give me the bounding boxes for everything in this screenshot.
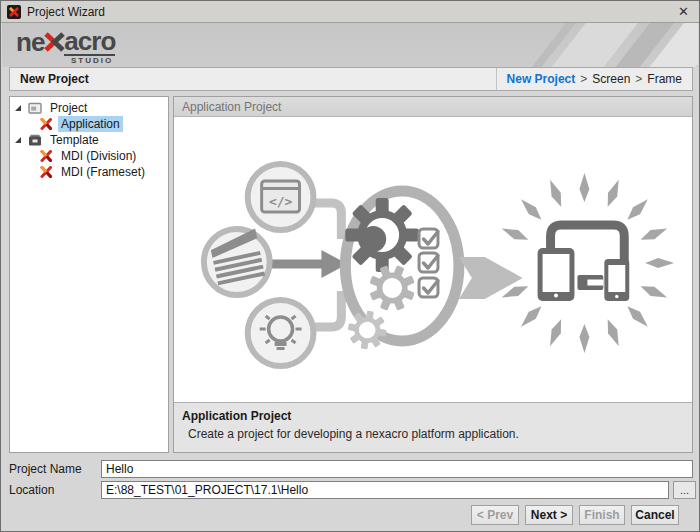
breadcrumb: New Project > Screen > Frame [496, 68, 692, 90]
tree-item-label: Template [47, 132, 102, 148]
prev-button[interactable]: < Prev [471, 505, 519, 525]
nexacro-app-icon [7, 5, 21, 19]
info-description: Create a project for developing a nexacr… [188, 427, 684, 441]
tree-item-application[interactable]: Application [10, 116, 168, 132]
checklist-icons [419, 229, 438, 297]
project-info-box: Application Project Create a project for… [174, 402, 692, 452]
code-circle-icon: </> [248, 164, 314, 230]
tree-expand-icon[interactable] [14, 104, 22, 112]
panel-header: Application Project [174, 97, 692, 117]
project-name-input[interactable] [101, 460, 693, 478]
logo-banner: ne acro STUDIO [2, 23, 698, 67]
finish-button[interactable]: Finish [579, 505, 625, 525]
svg-text:</>: </> [269, 194, 293, 209]
breadcrumb-step-screen[interactable]: Screen [592, 72, 630, 86]
logo-text-ne: ne [16, 29, 44, 55]
project-type-tree: Project Application Template [9, 96, 169, 453]
logo-studio-label: STUDIO [16, 56, 115, 65]
logo-x-icon [43, 31, 65, 53]
location-label: Location [9, 481, 99, 499]
logo-text-acro: acro [64, 28, 115, 56]
dark-gear-icon [345, 198, 419, 272]
nexacro-studio-logo: ne acro STUDIO [16, 28, 115, 65]
nexacro-x-icon [40, 150, 53, 162]
project-wizard-dialog: Project Wizard ✕ ne acro STUDIO New Proj… [0, 0, 700, 532]
next-button[interactable]: Next > [525, 505, 573, 525]
project-node-icon [28, 102, 42, 114]
devices-icon [538, 225, 630, 301]
tree-item-label: MDI (Division) [58, 148, 139, 164]
breadcrumb-separator-icon: > [580, 72, 587, 86]
nexacro-x-icon [40, 118, 53, 130]
project-preview-panel: Application Project </> [173, 96, 693, 453]
breadcrumb-step-frame[interactable]: Frame [647, 72, 682, 86]
browse-button[interactable]: ... [673, 481, 696, 499]
gears-ellipse [345, 191, 459, 352]
location-input[interactable] [101, 481, 669, 499]
tree-item-template[interactable]: Template [10, 132, 168, 148]
layers-circle-icon [204, 228, 270, 295]
wizard-step-header: New Project New Project > Screen > Frame [9, 67, 693, 91]
breadcrumb-separator-icon: > [635, 72, 642, 86]
tree-expand-icon[interactable] [14, 136, 22, 144]
window-title: Project Wizard [27, 5, 105, 19]
info-title: Application Project [182, 409, 684, 423]
project-name-label: Project Name [9, 460, 99, 478]
tree-item-project[interactable]: Project [10, 100, 168, 116]
nexacro-x-icon [40, 166, 53, 178]
template-node-icon [28, 134, 42, 146]
tree-item-label: Project [47, 100, 90, 116]
lightbulb-circle-icon [248, 300, 314, 366]
breadcrumb-step-new-project[interactable]: New Project [507, 72, 576, 86]
banner-stripes-decoration [428, 23, 698, 67]
cancel-button[interactable]: Cancel [631, 505, 679, 525]
application-project-illustration: </> [174, 117, 692, 402]
page-title: New Project [10, 72, 89, 86]
devices-rays-decoration [500, 173, 674, 353]
tree-item-mdi-frameset[interactable]: MDI (Frameset) [10, 164, 168, 180]
tree-item-label-selected: Application [58, 116, 123, 132]
tree-item-mdi-division[interactable]: MDI (Division) [10, 148, 168, 164]
title-bar[interactable]: Project Wizard ✕ [1, 1, 699, 23]
input-arrow-icon [268, 250, 348, 278]
close-icon[interactable]: ✕ [678, 4, 689, 20]
tree-item-label: MDI (Frameset) [58, 164, 148, 180]
